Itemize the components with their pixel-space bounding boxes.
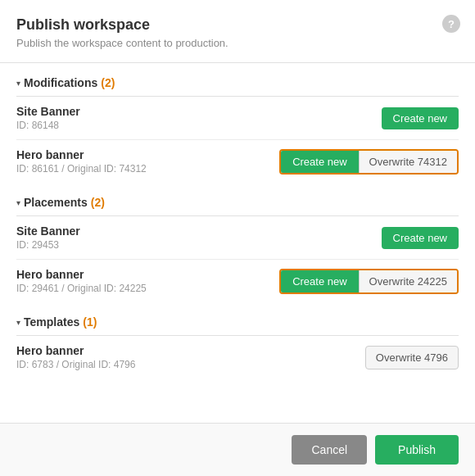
item-name: Site Banner: [16, 105, 80, 118]
section-count-templates: (1): [83, 315, 97, 329]
overwrite-button[interactable]: Overwrite 4796: [365, 346, 459, 369]
section-title-templates: Templates: [24, 315, 79, 329]
modal-title: Publish workspace: [16, 16, 459, 34]
modal-subtitle: Publish the workspace content to product…: [16, 37, 459, 49]
overwrite-button[interactable]: Overwrite 24225: [359, 270, 457, 292]
section-title-placements: Placements: [24, 196, 88, 209]
item-id: ID: 29453: [16, 239, 80, 251]
item-actions: Create new: [382, 107, 459, 129]
item-row: Hero bannerID: 6783 / Original ID: 4796O…: [16, 336, 459, 379]
section-header-templates: ▾Templates (1): [16, 315, 459, 329]
section-count-modifications: (2): [101, 76, 115, 89]
item-name: Hero banner: [16, 148, 147, 161]
item-actions: Overwrite 4796: [365, 346, 459, 369]
modal-body: ▾Modifications (2)Site BannerID: 86148Cr…: [0, 63, 475, 423]
item-row: Hero bannerID: 86161 / Original ID: 7431…: [16, 140, 459, 183]
item-name: Hero banner: [16, 268, 147, 281]
chevron-down-icon: ▾: [16, 318, 20, 327]
item-id: ID: 29461 / Original ID: 24225: [16, 283, 147, 294]
cancel-button[interactable]: Cancel: [292, 435, 367, 465]
item-id: ID: 6783 / Original ID: 4796: [16, 359, 135, 370]
item-row: Site BannerID: 29453Create new: [16, 216, 459, 260]
section-templates: ▾Templates (1)Hero bannerID: 6783 / Orig…: [16, 315, 459, 379]
item-name: Hero banner: [16, 344, 135, 357]
create-new-button[interactable]: Create new: [281, 270, 358, 292]
item-actions: Create new: [382, 227, 459, 249]
section-toggle-templates[interactable]: ▾Templates (1): [16, 315, 97, 329]
modal-header: Publish workspace Publish the workspace …: [0, 0, 475, 63]
chevron-down-icon: ▾: [16, 79, 20, 88]
create-new-button[interactable]: Create new: [382, 227, 459, 249]
section-header-modifications: ▾Modifications (2): [16, 76, 459, 89]
publish-workspace-modal: Publish workspace Publish the workspace …: [0, 0, 475, 476]
modal-footer: Cancel Publish: [0, 423, 475, 476]
action-group: Create newOverwrite 24225: [279, 269, 459, 294]
item-row: Hero bannerID: 29461 / Original ID: 2422…: [16, 260, 459, 302]
item-actions: Create newOverwrite 24225: [279, 269, 459, 294]
help-icon[interactable]: ?: [442, 15, 460, 33]
item-info: Hero bannerID: 6783 / Original ID: 4796: [16, 344, 135, 370]
item-id: ID: 86161 / Original ID: 74312: [16, 163, 147, 175]
publish-button[interactable]: Publish: [375, 435, 459, 465]
create-new-button[interactable]: Create new: [281, 151, 358, 173]
section-toggle-modifications[interactable]: ▾Modifications (2): [16, 76, 115, 89]
item-name: Site Banner: [16, 224, 80, 238]
section-toggle-placements[interactable]: ▾Placements (2): [16, 196, 105, 209]
create-new-button[interactable]: Create new: [382, 107, 459, 129]
section-count-placements: (2): [91, 196, 105, 209]
section-title-modifications: Modifications: [24, 76, 97, 89]
chevron-down-icon: ▾: [16, 198, 20, 207]
item-actions: Create newOverwrite 74312: [279, 149, 459, 175]
action-group: Create newOverwrite 74312: [279, 149, 459, 175]
item-row: Site BannerID: 86148Create new: [16, 97, 459, 140]
item-info: Site BannerID: 29453: [16, 224, 80, 251]
section-header-placements: ▾Placements (2): [16, 196, 459, 209]
item-id: ID: 86148: [16, 120, 80, 131]
item-info: Hero bannerID: 86161 / Original ID: 7431…: [16, 148, 147, 175]
item-info: Site BannerID: 86148: [16, 105, 80, 131]
item-info: Hero bannerID: 29461 / Original ID: 2422…: [16, 268, 147, 294]
section-placements: ▾Placements (2)Site BannerID: 29453Creat…: [16, 196, 459, 302]
section-modifications: ▾Modifications (2)Site BannerID: 86148Cr…: [16, 76, 459, 183]
overwrite-button[interactable]: Overwrite 74312: [359, 151, 457, 173]
